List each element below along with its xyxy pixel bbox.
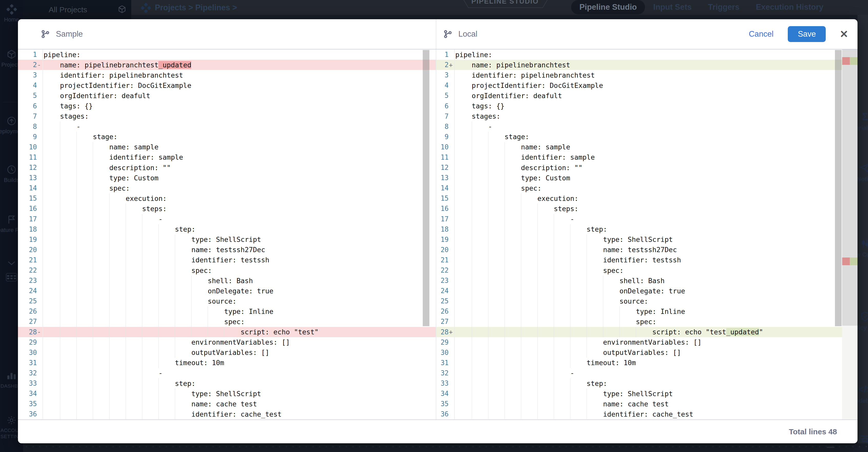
indent-guide — [60, 388, 60, 399]
indent-guide — [109, 409, 110, 419]
indent-guide — [126, 286, 126, 296]
page-title: PIPELINE STUDIO — [461, 0, 549, 5]
tab-input-sets[interactable]: Input Sets — [645, 0, 700, 14]
code-text: orgIdentifier: deafult — [455, 91, 858, 101]
indent-guide — [109, 368, 110, 378]
indent-guide — [158, 276, 159, 286]
indent-guide — [504, 214, 505, 224]
line-number-gutter: 1 — [436, 50, 455, 60]
line-number: 33 — [436, 380, 448, 387]
code-line: 14 spec: — [18, 183, 436, 193]
indent-guide — [472, 337, 472, 348]
indent-guide — [472, 173, 472, 183]
inline-diff-highlight: _updated — [726, 328, 759, 336]
code-text: timeout: 10m — [43, 358, 436, 368]
breadcrumb[interactable]: Projects > Pipelines > — [141, 3, 237, 13]
code-text: spec: — [43, 265, 436, 276]
indent-guide — [208, 327, 208, 337]
line-number-gutter: 22 — [18, 265, 43, 276]
scrollbar-thumb[interactable] — [835, 50, 842, 326]
code-line: 23 shell: Bash — [18, 276, 436, 286]
code-text: shell: Bash — [455, 276, 858, 286]
indent-guide — [521, 265, 521, 276]
indent-guide — [93, 255, 93, 265]
code-text: pipeline: — [455, 50, 858, 60]
code-text: name: sample — [43, 142, 436, 152]
close-icon[interactable]: ✕ — [840, 29, 848, 39]
projects-cube-icon[interactable] — [117, 5, 127, 15]
all-projects-label[interactable]: All Projects — [49, 5, 87, 14]
code-line: 36 identifier: cache_test — [18, 409, 436, 419]
line-number: 19 — [18, 236, 37, 244]
line-number-gutter: 8 — [18, 122, 43, 132]
diff-overview-ruler[interactable] — [842, 50, 858, 419]
indent-guide — [142, 296, 142, 306]
code-text: onDelegate: true — [43, 286, 436, 296]
code-line: 28+ script: echo "test_updated" — [436, 327, 858, 337]
tab-execution-history[interactable]: Execution History — [747, 0, 832, 14]
indent-guide — [109, 245, 110, 255]
indent-guide — [60, 306, 60, 317]
indent-guide — [93, 276, 93, 286]
code-text: spec: — [43, 317, 436, 327]
breadcrumb-text[interactable]: Projects > Pipelines > — [155, 3, 237, 12]
indent-guide — [158, 327, 159, 337]
tab-pipeline-studio[interactable]: Pipeline Studio — [571, 0, 645, 14]
line-number-gutter: 20 — [436, 245, 455, 255]
line-number-gutter: 15 — [436, 193, 455, 203]
cancel-button[interactable]: Cancel — [749, 29, 774, 39]
indent-guide — [472, 409, 472, 419]
sigma-icon: Σ — [862, 111, 868, 122]
indent-guide — [521, 378, 521, 388]
tab-triggers[interactable]: Triggers — [700, 0, 747, 14]
yaml-diff-modal: Sample Local Cancel Save ✕ 1pipeline:2- … — [18, 19, 858, 443]
line-number: 10 — [18, 143, 37, 151]
line-number: 11 — [18, 154, 37, 161]
indent-guide — [142, 378, 142, 388]
line-number-gutter: 35 — [436, 399, 455, 409]
indent-guide — [158, 317, 159, 327]
code-line: 3 identifier: pipelinebranchtest — [18, 70, 436, 80]
diff-pane-original[interactable]: 1pipeline:2- name: pipelinebranchtest_up… — [18, 50, 436, 419]
save-button[interactable]: Save — [788, 26, 826, 42]
diff-pane-modified[interactable]: 1pipeline:2+ name: pipelinebranchtest3 i… — [436, 50, 858, 419]
diff-marker: + — [448, 61, 454, 69]
indent-guide — [554, 276, 554, 286]
indent-guide — [109, 337, 110, 348]
indent-guide — [472, 368, 472, 378]
feature-flags-icon — [6, 214, 17, 225]
indent-guide — [126, 327, 126, 337]
indent-guide — [521, 358, 521, 368]
line-number: 27 — [436, 318, 448, 325]
indent-guide — [93, 224, 93, 234]
indent-guide — [472, 296, 472, 306]
line-number-gutter: 8 — [436, 122, 455, 132]
indent-guide — [175, 276, 175, 286]
indent-guide — [93, 368, 93, 378]
indent-guide — [570, 378, 570, 388]
indent-guide — [175, 399, 175, 409]
modal-header: Sample Local Cancel Save ✕ — [18, 19, 858, 50]
line-number-gutter: 7 — [436, 111, 455, 122]
line-number: 29 — [436, 338, 448, 346]
indent-guide — [554, 358, 554, 368]
settings-gear-icon — [6, 415, 17, 426]
line-number-gutter: 19 — [436, 234, 455, 245]
code-line: 4 projectIdentifier: DocGitExample — [18, 80, 436, 91]
line-number-gutter: 33 — [436, 378, 455, 388]
line-number-gutter: 14 — [18, 183, 43, 193]
line-number: 32 — [18, 369, 37, 377]
code-line: 15 execution: — [436, 193, 858, 203]
indent-guide — [158, 296, 159, 306]
indent-guide — [570, 358, 570, 368]
indent-guide — [93, 296, 93, 306]
indent-guide — [142, 399, 142, 409]
code-text: stages: — [43, 111, 436, 122]
sidebar-item-label: Builds — [4, 177, 19, 184]
code-line: 30 outputVariables: [] — [436, 348, 858, 358]
indent-guide — [60, 152, 60, 162]
code-line: 12 description: "" — [18, 162, 436, 173]
line-number-gutter: 25 — [436, 296, 455, 306]
indent-guide — [504, 276, 505, 286]
scrollbar-thumb[interactable] — [423, 50, 429, 326]
